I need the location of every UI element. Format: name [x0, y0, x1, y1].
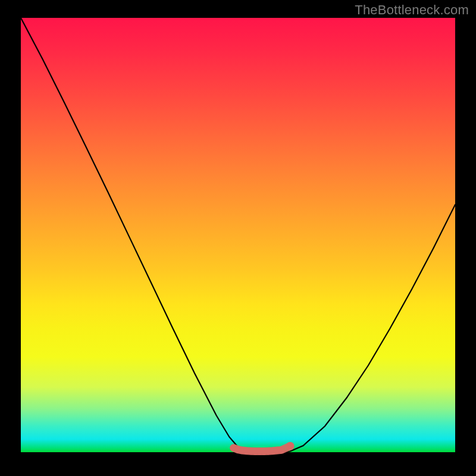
svg-point-12	[286, 442, 295, 450]
chart-svg	[21, 18, 455, 452]
watermark-text: TheBottleneck.com	[355, 2, 469, 18]
svg-point-11	[278, 446, 285, 453]
plot-area	[21, 18, 455, 452]
highlight-region	[230, 442, 295, 455]
chart-frame: TheBottleneck.com	[0, 0, 476, 476]
curve-line	[21, 18, 455, 452]
